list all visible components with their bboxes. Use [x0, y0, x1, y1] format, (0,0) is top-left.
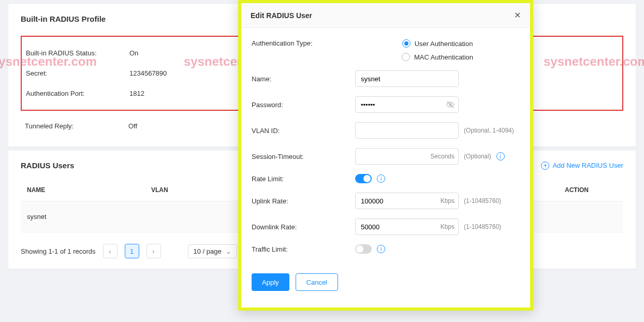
unit-seconds: Seconds [430, 148, 455, 165]
radio-icon [402, 53, 410, 61]
info-icon[interactable]: i [496, 152, 505, 160]
add-radius-user-button[interactable]: + Add New RADIUS User [541, 162, 623, 170]
unit-kbps: Kbps [441, 218, 455, 235]
password-field[interactable] [355, 96, 459, 113]
vlan-id-field[interactable] [355, 122, 459, 139]
radio-label: MAC Authentication [414, 53, 473, 61]
label-vlan-id: VLAN ID: [252, 127, 355, 135]
page-size-value: 10 / page [194, 247, 222, 255]
value: 1234567890 [129, 69, 167, 77]
unit-kbps: Kbps [441, 193, 455, 209]
label: Built-in RADIUS Status: [26, 49, 129, 57]
label: Tunneled Reply: [25, 122, 128, 130]
add-user-label: Add New RADIUS User [552, 162, 623, 169]
apply-button[interactable]: Apply [252, 273, 289, 291]
info-icon[interactable]: i [377, 245, 385, 253]
label-name: Name: [252, 75, 355, 83]
pagination-summary: Showing 1-1 of 1 records [21, 247, 96, 255]
rate-range-hint: (1-10485760) [464, 223, 501, 230]
vlan-hint: (Optional, 1-4094) [464, 127, 514, 134]
users-title: RADIUS Users [21, 161, 74, 170]
label-rate-limit: Rate Limit: [252, 175, 355, 183]
next-page-button[interactable]: › [147, 244, 161, 258]
eye-off-icon [446, 100, 455, 109]
prev-page-button[interactable]: ‹ [103, 244, 118, 258]
label-traffic-limit: Traffic Limit: [252, 245, 355, 253]
info-icon[interactable]: i [377, 174, 385, 183]
toggle-password-visibility[interactable] [446, 96, 455, 113]
label: Authentication Port: [26, 90, 129, 97]
label-uplink-rate: Uplink Rate: [252, 197, 355, 205]
edit-radius-user-modal: Edit RADIUS User ✕ Authentication Type: … [238, 0, 533, 311]
value: On [129, 49, 138, 57]
traffic-limit-toggle[interactable] [355, 244, 372, 254]
cell-name: sysnet [21, 201, 145, 232]
chevron-down-icon: ⌄ [226, 247, 231, 255]
session-hint: (Optional) [464, 153, 491, 160]
rate-limit-toggle[interactable] [355, 174, 372, 183]
page-number-button[interactable]: 1 [125, 244, 139, 258]
close-button[interactable]: ✕ [514, 10, 521, 20]
page-size-select[interactable]: 10 / page ⌄ [188, 244, 237, 258]
label-session-timeout: Session-Timeout: [252, 153, 355, 160]
col-action: ACTION [530, 179, 623, 201]
modal-title: Edit RADIUS User [251, 11, 312, 20]
col-name: NAME [21, 179, 145, 201]
close-icon: ✕ [514, 11, 521, 20]
value: 1812 [129, 90, 144, 97]
label-downlink-rate: Downlink Rate: [252, 223, 355, 231]
label-auth-type: Authentication Type: [252, 39, 355, 47]
label: Secret: [26, 69, 129, 77]
rate-range-hint: (1-10485760) [464, 197, 501, 204]
radio-mac-auth[interactable]: MAC Authentication [402, 53, 473, 61]
radio-user-auth[interactable]: User Authentication [402, 39, 473, 48]
radio-label: User Authentication [415, 40, 473, 48]
cancel-button[interactable]: Cancel [296, 273, 338, 291]
name-field[interactable] [355, 70, 459, 87]
label-password: Password: [252, 101, 355, 109]
value: Off [128, 122, 137, 130]
radio-icon [402, 39, 411, 48]
plus-icon: + [541, 162, 549, 170]
